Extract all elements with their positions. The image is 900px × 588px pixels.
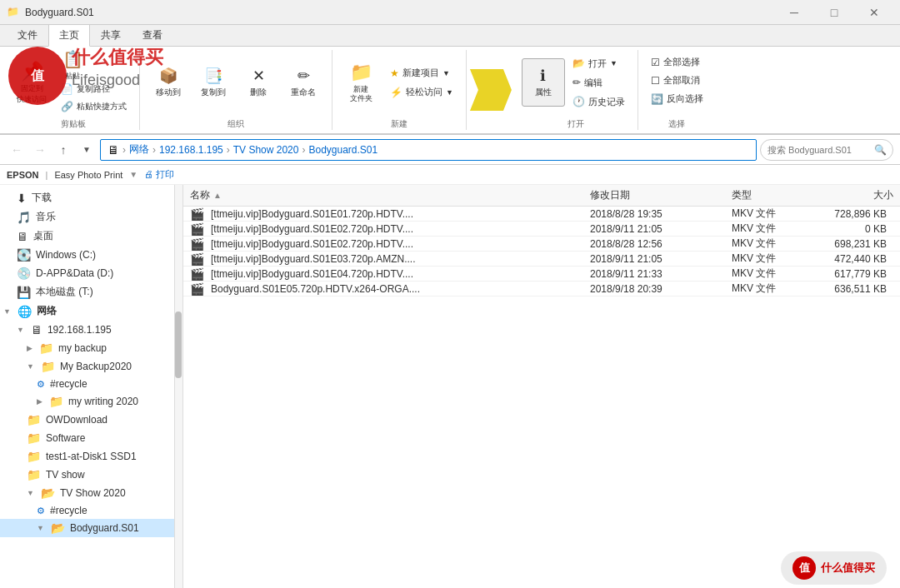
file-size-2: 698,231 KB <box>808 238 900 250</box>
folder-mybackup2020-icon: 📁 <box>41 360 55 373</box>
copy-path-button[interactable]: 📄 复制路径 <box>55 81 132 97</box>
file-type-2: MKV 文件 <box>725 237 808 251</box>
maximize-button[interactable]: □ <box>815 1 853 24</box>
sidebar-scrollbar-track[interactable] <box>174 185 182 588</box>
folder-test1-icon: 📁 <box>27 450 41 463</box>
path-network[interactable]: 网络 <box>129 142 149 157</box>
properties-button[interactable]: ℹ 属性 <box>522 58 565 107</box>
disk-c-icon: 💽 <box>17 248 31 262</box>
open-button[interactable]: 📂 打开 ▼ <box>567 55 631 72</box>
new-item-button[interactable]: ★ 新建项目 ▼ <box>384 64 459 82</box>
select-none-button[interactable]: ☐ 全部取消 <box>645 72 709 89</box>
folder-mywriting-icon: 📁 <box>49 395 63 408</box>
organize-items: 📦 移动到 📑 复制到 ✕ 删除 ✏ 重命名 <box>147 50 325 115</box>
tab-share[interactable]: 共享 <box>90 24 132 46</box>
new-folder-button[interactable]: 📁 新建文件夹 <box>339 58 382 107</box>
paste-button[interactable]: 📋 粘贴 <box>55 50 90 80</box>
sidebar-item-local-t[interactable]: 💾 本地磁盘 (T:) <box>0 282 182 301</box>
file-name-1: 🎬 [ttmeiju.vip]Bodyguard.S01E02.720p.HDT… <box>183 222 583 236</box>
table-row[interactable]: 🎬 Bodyguard.S01E05.720p.HDTV.x264-ORGA..… <box>183 282 900 296</box>
invert-selection-button[interactable]: 🔄 反向选择 <box>645 90 709 107</box>
clipboard-group: 📌 固定到 快速访问 📋 粘贴 📄 复制路径 🔗 <box>7 50 140 130</box>
table-row[interactable]: 🎬 [ttmeiju.vip]Bodyguard.S01E04.720p.HDT… <box>183 267 900 282</box>
table-row[interactable]: 🎬 [ttmeiju.vip]Bodyguard.S01E01.720p.HDT… <box>183 207 900 222</box>
rename-button[interactable]: ✏ 重命名 <box>282 58 325 107</box>
up-button[interactable]: ↑ <box>53 140 73 160</box>
sidebar: ⬇ 下载 🎵 音乐 🖥 桌面 💽 Windows (C:) 💿 D-APP&Da… <box>0 185 183 588</box>
sidebar-item-tvshow[interactable]: 📁 TV show <box>0 466 182 484</box>
sidebar-item-owdownload[interactable]: 📁 OWDownload <box>0 411 182 429</box>
sidebar-item-desktop[interactable]: 🖥 桌面 <box>0 227 182 246</box>
dropdown-arrow[interactable]: ▼ <box>129 170 138 179</box>
pin-button[interactable]: 📌 固定到 快速访问 <box>13 58 50 107</box>
table-row[interactable]: 🎬 [ttmeiju.vip]Bodyguard.S01E02.720p.HDT… <box>183 237 900 252</box>
sidebar-item-tvshow2020[interactable]: ▼ 📂 TV Show 2020 <box>0 484 182 502</box>
path-tvshow2020[interactable]: TV Show 2020 <box>233 144 299 156</box>
path-bodyguard[interactable]: Bodyguard.S01 <box>308 144 378 156</box>
print-button[interactable]: 🖨 打印 <box>144 168 174 181</box>
ribbon-toolbar: 📌 固定到 快速访问 📋 粘贴 📄 复制路径 🔗 <box>0 47 900 135</box>
copy-to-button[interactable]: 📑 复制到 <box>192 58 235 107</box>
sidebar-item-recycle2[interactable]: ⚙ #recycle <box>0 502 182 519</box>
easy-access-button[interactable]: ⚡ 轻松访问 ▼ <box>384 83 459 101</box>
window-icon: 📁 <box>7 6 20 19</box>
new-items: 📁 新建文件夹 ★ 新建项目 ▼ ⚡ 轻松访问 ▼ <box>339 50 459 115</box>
sidebar-item-mybackup2020[interactable]: ▼ 📁 My Backup2020 <box>0 357 182 376</box>
search-input[interactable] <box>760 139 893 161</box>
close-button[interactable]: ✕ <box>855 1 893 24</box>
delete-button[interactable]: ✕ 删除 <box>237 58 280 107</box>
open-label: 打开 <box>568 115 584 130</box>
tab-view[interactable]: 查看 <box>132 24 173 46</box>
status-bar: 值 什么值得买 <box>650 548 900 588</box>
file-name-2: 🎬 [ttmeiju.vip]Bodyguard.S01E02.720p.HDT… <box>183 237 583 251</box>
col-header-type[interactable]: 类型 <box>725 188 808 202</box>
col-header-name[interactable]: 名称 ▲ <box>183 188 583 202</box>
sidebar-item-recycle1[interactable]: ⚙ #recycle <box>0 376 182 392</box>
table-row[interactable]: 🎬 [ttmeiju.vip]Bodyguard.S01E02.720p.HDT… <box>183 222 900 237</box>
file-size-0: 728,896 KB <box>808 208 900 220</box>
sidebar-item-windows-c[interactable]: 💽 Windows (C:) <box>0 246 182 264</box>
sidebar-item-network[interactable]: ▼ 🌐 网络 <box>0 301 182 321</box>
edit-button[interactable]: ✏ 编辑 <box>567 74 631 92</box>
sidebar-item-bodyguard[interactable]: ▼ 📂 Bodyguard.S01 <box>0 519 182 537</box>
music-icon: 🎵 <box>17 211 31 224</box>
col-header-date[interactable]: 修改日期 <box>583 188 725 202</box>
mybackup2020-expand-icon: ▼ <box>27 362 34 371</box>
sidebar-item-d-app[interactable]: 💿 D-APP&Data (D:) <box>0 264 182 282</box>
col-header-size[interactable]: 大小 <box>808 188 900 202</box>
ip-expand-icon: ▼ <box>17 326 24 334</box>
sidebar-item-test1[interactable]: 📁 test1-at-Disk1 SSD1 <box>0 447 182 466</box>
back-button[interactable]: ← <box>7 140 27 160</box>
sidebar-item-mybackup[interactable]: ▶ 📁 my backup <box>0 339 182 357</box>
paste-shortcut-button[interactable]: 🔗 粘贴快捷方式 <box>55 98 132 115</box>
sort-arrow-name: ▲ <box>213 191 222 200</box>
select-all-button[interactable]: ☑ 全部选择 <box>645 53 709 71</box>
sidebar-item-music[interactable]: 🎵 音乐 <box>0 207 182 227</box>
sidebar-item-software[interactable]: 📁 Software <box>0 429 182 447</box>
address-path[interactable]: 🖥 › 网络 › 192.168.1.195 › TV Show 2020 › … <box>100 139 757 161</box>
mybackup-expand-icon: ▶ <box>27 344 32 352</box>
history-button[interactable]: 🕐 历史记录 <box>567 93 631 111</box>
tab-file[interactable]: 文件 <box>7 24 48 46</box>
tab-home[interactable]: 主页 <box>48 24 90 47</box>
brand-badge-text: 什么值得买 <box>821 561 875 576</box>
clipboard-label: 剪贴板 <box>61 115 86 130</box>
file-size-4: 617,779 KB <box>808 268 900 280</box>
recent-locations-button[interactable]: ▼ <box>77 140 97 160</box>
search-container: 🔍 <box>760 139 893 161</box>
table-row[interactable]: 🎬 [ttmeiju.vip]Bodyguard.S01E03.720p.AMZ… <box>183 252 900 267</box>
sidebar-item-ip195[interactable]: ▼ 🖥 192.168.1.195 <box>0 321 182 339</box>
file-name-4: 🎬 [ttmeiju.vip]Bodyguard.S01E04.720p.HDT… <box>183 267 583 281</box>
minimize-button[interactable]: ─ <box>775 1 813 24</box>
forward-button[interactable]: → <box>30 140 50 160</box>
path-ip[interactable]: 192.168.1.195 <box>159 144 223 156</box>
address-bar: ← → ↑ ▼ 🖥 › 网络 › 192.168.1.195 › TV Show… <box>0 135 900 165</box>
computer-icon: 🖥 <box>31 323 42 336</box>
sidebar-item-mywriting[interactable]: ▶ 📁 my writing 2020 <box>0 392 182 411</box>
paste-options: 📄 复制路径 🔗 粘贴快捷方式 <box>55 81 132 115</box>
move-to-button[interactable]: 📦 移动到 <box>147 58 190 107</box>
mkv-icon-0: 🎬 <box>190 207 204 221</box>
sidebar-item-download[interactable]: ⬇ 下载 <box>0 188 182 207</box>
file-date-2: 2018/8/28 12:56 <box>583 238 725 250</box>
sidebar-scrollbar-thumb[interactable] <box>175 311 182 378</box>
